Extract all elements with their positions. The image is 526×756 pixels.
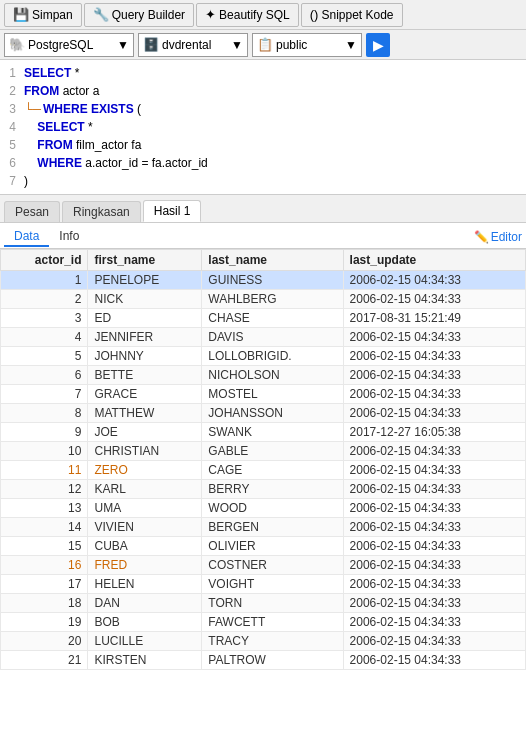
beautify-button[interactable]: ✦ Beautify SQL bbox=[196, 3, 299, 27]
table-row[interactable]: 5JOHNNYLOLLOBRIGID.2006-02-15 04:34:33 bbox=[1, 347, 526, 366]
database-chevron: ▼ bbox=[231, 38, 243, 52]
cell-last-update: 2006-02-15 04:34:33 bbox=[343, 518, 525, 537]
col-header-last-name: last_name bbox=[202, 250, 343, 271]
table-row[interactable]: 20LUCILLETRACY2006-02-15 04:34:33 bbox=[1, 632, 526, 651]
code-line-7: 7 ) bbox=[0, 172, 526, 190]
cell-actor-id: 20 bbox=[1, 632, 88, 651]
db-type-label: PostgreSQL bbox=[28, 38, 114, 52]
cell-last-update: 2006-02-15 04:34:33 bbox=[343, 271, 525, 290]
cell-actor-id: 13 bbox=[1, 499, 88, 518]
table-row[interactable]: 19BOBFAWCETT2006-02-15 04:34:33 bbox=[1, 613, 526, 632]
cell-actor-id: 18 bbox=[1, 594, 88, 613]
table-row[interactable]: 2NICKWAHLBERG2006-02-15 04:34:33 bbox=[1, 290, 526, 309]
table-row[interactable]: 13UMAWOOD2006-02-15 04:34:33 bbox=[1, 499, 526, 518]
cell-actor-id: 14 bbox=[1, 518, 88, 537]
data-table-wrapper[interactable]: actor_id first_name last_name last_updat… bbox=[0, 249, 526, 756]
cell-actor-id: 4 bbox=[1, 328, 88, 347]
cell-first-name: BOB bbox=[88, 613, 202, 632]
table-row[interactable]: 11ZEROCAGE2006-02-15 04:34:33 bbox=[1, 461, 526, 480]
table-row[interactable]: 1PENELOPEGUINESS2006-02-15 04:34:33 bbox=[1, 271, 526, 290]
code-line-1: 1 SELECT * bbox=[0, 64, 526, 82]
simpan-label: Simpan bbox=[32, 8, 73, 22]
cell-first-name: KIRSTEN bbox=[88, 651, 202, 670]
beautify-label: Beautify SQL bbox=[219, 8, 290, 22]
table-row[interactable]: 9JOESWANK2017-12-27 16:05:38 bbox=[1, 423, 526, 442]
tab-info[interactable]: Info bbox=[49, 227, 89, 247]
result-tabs: Pesan Ringkasan Hasil 1 bbox=[0, 195, 526, 223]
table-row[interactable]: 21KIRSTENPALTROW2006-02-15 04:34:33 bbox=[1, 651, 526, 670]
tab-data[interactable]: Data bbox=[4, 227, 49, 247]
table-row[interactable]: 15CUBAOLIVIER2006-02-15 04:34:33 bbox=[1, 537, 526, 556]
cell-last-name: CHASE bbox=[202, 309, 343, 328]
table-row[interactable]: 16FREDCOSTNER2006-02-15 04:34:33 bbox=[1, 556, 526, 575]
schema-select[interactable]: 📋 public ▼ bbox=[252, 33, 362, 57]
tab-hasil1[interactable]: Hasil 1 bbox=[143, 200, 202, 222]
cell-first-name: ED bbox=[88, 309, 202, 328]
cell-last-name: MOSTEL bbox=[202, 385, 343, 404]
cell-first-name: MATTHEW bbox=[88, 404, 202, 423]
cell-last-name: WAHLBERG bbox=[202, 290, 343, 309]
cell-last-name: LOLLOBRIGID. bbox=[202, 347, 343, 366]
table-header: actor_id first_name last_name last_updat… bbox=[1, 250, 526, 271]
cell-first-name: HELEN bbox=[88, 575, 202, 594]
query-builder-label: Query Builder bbox=[112, 8, 185, 22]
cell-last-name: OLIVIER bbox=[202, 537, 343, 556]
cell-last-name: FAWCETT bbox=[202, 613, 343, 632]
cell-last-update: 2006-02-15 04:34:33 bbox=[343, 366, 525, 385]
cell-last-update: 2006-02-15 04:34:33 bbox=[343, 480, 525, 499]
db-type-select[interactable]: 🐘 PostgreSQL ▼ bbox=[4, 33, 134, 57]
cell-actor-id: 3 bbox=[1, 309, 88, 328]
database-label: dvdrental bbox=[162, 38, 228, 52]
table-row[interactable]: 12KARLBERRY2006-02-15 04:34:33 bbox=[1, 480, 526, 499]
code-line-6: 6 WHERE a.actor_id = fa.actor_id bbox=[0, 154, 526, 172]
cell-first-name: CHRISTIAN bbox=[88, 442, 202, 461]
cell-last-update: 2006-02-15 04:34:33 bbox=[343, 556, 525, 575]
table-row[interactable]: 4JENNIFERDAVIS2006-02-15 04:34:33 bbox=[1, 328, 526, 347]
cell-actor-id: 2 bbox=[1, 290, 88, 309]
col-header-first-name: first_name bbox=[88, 250, 202, 271]
beautify-icon: ✦ bbox=[205, 7, 216, 22]
cell-last-name: SWANK bbox=[202, 423, 343, 442]
cell-last-update: 2006-02-15 04:34:33 bbox=[343, 347, 525, 366]
query-builder-button[interactable]: 🔧 Query Builder bbox=[84, 3, 194, 27]
table-body: 1PENELOPEGUINESS2006-02-15 04:34:332NICK… bbox=[1, 271, 526, 670]
snippet-button[interactable]: () Snippet Kode bbox=[301, 3, 403, 27]
cell-last-name: NICHOLSON bbox=[202, 366, 343, 385]
editor-link[interactable]: ✏️ Editor bbox=[474, 230, 522, 244]
data-tabs-left: Data Info bbox=[4, 227, 89, 247]
schema-label: public bbox=[276, 38, 342, 52]
table-row[interactable]: 14VIVIENBERGEN2006-02-15 04:34:33 bbox=[1, 518, 526, 537]
table-row[interactable]: 6BETTENICHOLSON2006-02-15 04:34:33 bbox=[1, 366, 526, 385]
cell-first-name: CUBA bbox=[88, 537, 202, 556]
cell-last-name: JOHANSSON bbox=[202, 404, 343, 423]
editor-pencil-icon: ✏️ bbox=[474, 230, 489, 244]
table-row[interactable]: 8MATTHEWJOHANSSON2006-02-15 04:34:33 bbox=[1, 404, 526, 423]
cell-last-update: 2006-02-15 04:34:33 bbox=[343, 290, 525, 309]
table-row[interactable]: 10CHRISTIANGABLE2006-02-15 04:34:33 bbox=[1, 442, 526, 461]
code-editor[interactable]: 1 SELECT * 2 FROM actor a 3 └─WHERE EXIS… bbox=[0, 60, 526, 195]
cell-last-name: VOIGHT bbox=[202, 575, 343, 594]
cell-last-update: 2006-02-15 04:34:33 bbox=[343, 461, 525, 480]
code-line-3: 3 └─WHERE EXISTS ( bbox=[0, 100, 526, 118]
simpan-button[interactable]: 💾 Simpan bbox=[4, 3, 82, 27]
db-type-chevron: ▼ bbox=[117, 38, 129, 52]
cell-last-update: 2006-02-15 04:34:33 bbox=[343, 328, 525, 347]
cell-last-name: BERGEN bbox=[202, 518, 343, 537]
cell-last-update: 2017-08-31 15:21:49 bbox=[343, 309, 525, 328]
table-row[interactable]: 3EDCHASE2017-08-31 15:21:49 bbox=[1, 309, 526, 328]
database-select[interactable]: 🗄️ dvdrental ▼ bbox=[138, 33, 248, 57]
run-button[interactable]: ▶ bbox=[366, 33, 390, 57]
database-icon: 🗄️ bbox=[143, 37, 159, 52]
postgres-icon: 🐘 bbox=[9, 37, 25, 52]
table-row[interactable]: 17HELENVOIGHT2006-02-15 04:34:33 bbox=[1, 575, 526, 594]
table-row[interactable]: 18DANTORN2006-02-15 04:34:33 bbox=[1, 594, 526, 613]
cell-last-name: BERRY bbox=[202, 480, 343, 499]
save-icon: 💾 bbox=[13, 7, 29, 22]
cell-last-name: GABLE bbox=[202, 442, 343, 461]
tab-pesan[interactable]: Pesan bbox=[4, 201, 60, 222]
snippet-label: Snippet Kode bbox=[321, 8, 393, 22]
tab-ringkasan[interactable]: Ringkasan bbox=[62, 201, 141, 222]
table-row[interactable]: 7GRACEMOSTEL2006-02-15 04:34:33 bbox=[1, 385, 526, 404]
cell-actor-id: 11 bbox=[1, 461, 88, 480]
cell-actor-id: 15 bbox=[1, 537, 88, 556]
